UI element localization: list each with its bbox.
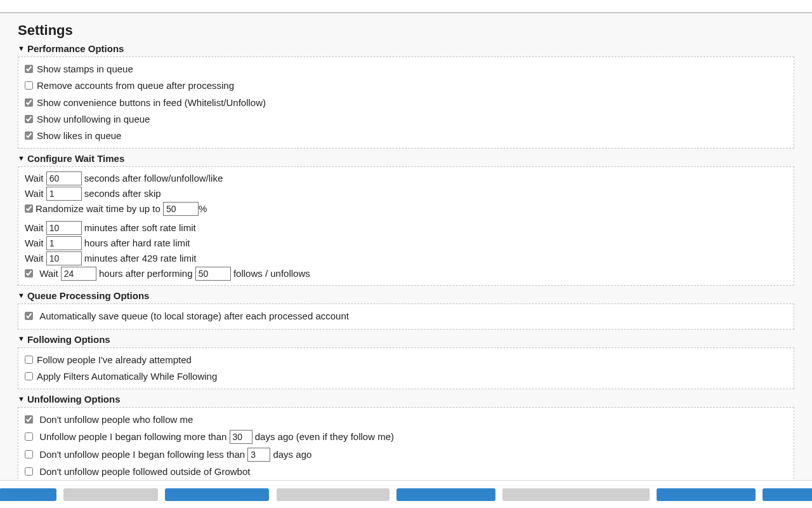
- wait-label: Wait: [25, 222, 43, 233]
- chevron-down-icon: [18, 44, 25, 52]
- summary-label: Configure Wait Times: [27, 153, 124, 164]
- page-title: Settings: [18, 22, 794, 39]
- randomize-suffix: %: [199, 203, 207, 214]
- rate429-suffix: minutes after 429 rate limit: [84, 253, 197, 264]
- summary-wait-times[interactable]: Configure Wait Times: [18, 152, 794, 165]
- performance-option-label-2: Show convenience buttons in feed (Whitel…: [37, 97, 266, 108]
- wait-after-follow-input[interactable]: [46, 171, 82, 185]
- chevron-down-icon: [18, 291, 25, 299]
- dont-unfollow-followers-label: Don't unfollow people who follow me: [39, 414, 193, 425]
- footer-button-8[interactable]: [763, 488, 812, 501]
- autosave-label: Automatically save queue (to local stora…: [39, 311, 349, 321]
- summary-label: Unfollowing Options: [27, 394, 121, 404]
- soft-limit-input[interactable]: [46, 221, 82, 235]
- panel-performance: Show stamps in queueRemove accounts from…: [18, 57, 794, 149]
- wait-label: Wait: [25, 253, 43, 264]
- summary-following[interactable]: Following Options: [18, 333, 794, 346]
- section-unfollowing: Unfollowing Options Don't unfollow peopl…: [18, 393, 794, 481]
- following-option-label-0: Follow people I've already attempted: [37, 354, 192, 365]
- chevron-down-icon: [18, 154, 25, 162]
- performance-option-checkbox-0[interactable]: [25, 65, 33, 73]
- following-option-checkbox-1[interactable]: [25, 372, 33, 380]
- dont-unfollow-followers-checkbox[interactable]: [25, 415, 33, 424]
- section-performance: Performance Options Show stamps in queue…: [18, 43, 794, 149]
- performance-option-checkbox-4[interactable]: [25, 131, 33, 140]
- unfollow-older-days-input[interactable]: [230, 430, 252, 444]
- randomize-pre: Randomize wait time by up to: [36, 203, 160, 214]
- wait-after-follow-suffix: seconds after follow/unfollow/like: [84, 173, 223, 184]
- panel-queue: Automatically save queue (to local stora…: [18, 304, 794, 329]
- footer-button-3[interactable]: [165, 488, 269, 501]
- wait-after-skip-input[interactable]: [46, 187, 82, 201]
- hard-limit-suffix: hours after hard rate limit: [84, 237, 190, 248]
- footer-button-2[interactable]: [63, 488, 158, 501]
- performance-option-label-1: Remove accounts from queue after process…: [37, 80, 234, 91]
- following-option-checkbox-0[interactable]: [25, 356, 33, 364]
- unfollow-older-suffix: days ago (even if they follow me): [255, 431, 394, 442]
- randomize-checkbox[interactable]: [25, 204, 33, 213]
- summary-label: Performance Options: [27, 43, 124, 54]
- following-option-label-1: Apply Filters Automatically While Follow…: [37, 371, 217, 382]
- daily-pre: Wait: [39, 268, 58, 279]
- randomize-percent-input[interactable]: [163, 202, 199, 216]
- footer-toolbar: [0, 481, 812, 508]
- performance-option-checkbox-3[interactable]: [25, 115, 33, 123]
- dont-unfollow-recent-suffix: days ago: [273, 449, 311, 460]
- rate429-input[interactable]: [46, 251, 82, 265]
- dont-unfollow-outside-checkbox[interactable]: [25, 467, 33, 476]
- section-following: Following Options Follow people I've alr…: [18, 333, 794, 390]
- dont-unfollow-recent-pre: Don't unfollow people I began following …: [39, 449, 245, 460]
- wait-after-skip-suffix: seconds after skip: [84, 188, 161, 199]
- section-queue: Queue Processing Options Automatically s…: [18, 290, 794, 329]
- performance-option-label-4: Show likes in queue: [37, 130, 121, 141]
- soft-limit-suffix: minutes after soft rate limit: [84, 222, 196, 233]
- summary-unfollowing[interactable]: Unfollowing Options: [18, 393, 794, 406]
- dont-unfollow-recent-days-input[interactable]: [247, 448, 270, 462]
- unfollow-older-checkbox[interactable]: [25, 432, 33, 441]
- panel-following: Follow people I've already attemptedAppl…: [18, 347, 794, 390]
- daily-mid: hours after performing: [99, 268, 193, 279]
- daily-count-input[interactable]: [195, 267, 231, 281]
- footer-button-6[interactable]: [502, 488, 650, 501]
- autosave-checkbox[interactable]: [25, 312, 33, 320]
- section-wait-times: Configure Wait Times Wait seconds after …: [18, 152, 794, 286]
- daily-suffix: follows / unfollows: [233, 268, 310, 279]
- footer-button-4[interactable]: [277, 488, 390, 501]
- footer-button-5[interactable]: [396, 488, 495, 501]
- dont-unfollow-recent-checkbox[interactable]: [25, 450, 33, 458]
- daily-cap-checkbox[interactable]: [25, 269, 33, 277]
- panel-unfollowing: Don't unfollow people who follow me Unfo…: [18, 407, 794, 481]
- wait-label: Wait: [25, 237, 43, 248]
- wait-label: Wait: [25, 173, 43, 184]
- chevron-down-icon: [18, 395, 25, 403]
- footer-button-1[interactable]: [0, 488, 56, 501]
- performance-option-label-3: Show unfollowing in queue: [37, 114, 150, 124]
- summary-queue[interactable]: Queue Processing Options: [18, 290, 794, 302]
- performance-option-label-0: Show stamps in queue: [37, 64, 133, 74]
- dont-unfollow-outside-label: Don't unfollow people followed outside o…: [39, 466, 250, 477]
- hard-limit-input[interactable]: [46, 236, 82, 250]
- summary-label: Following Options: [27, 334, 110, 345]
- settings-panel: Settings Performance Options Show stamps…: [0, 13, 812, 481]
- wait-label: Wait: [25, 188, 43, 199]
- summary-label: Queue Processing Options: [27, 290, 150, 301]
- daily-hours-input[interactable]: [61, 267, 96, 281]
- chevron-down-icon: [18, 335, 25, 342]
- performance-option-checkbox-1[interactable]: [25, 81, 33, 90]
- summary-performance[interactable]: Performance Options: [18, 43, 794, 55]
- unfollow-older-pre: Unfollow people I began following more t…: [39, 431, 226, 442]
- panel-wait-times: Wait seconds after follow/unfollow/like …: [18, 166, 794, 286]
- performance-option-checkbox-2[interactable]: [25, 98, 33, 107]
- footer-button-7[interactable]: [657, 488, 756, 501]
